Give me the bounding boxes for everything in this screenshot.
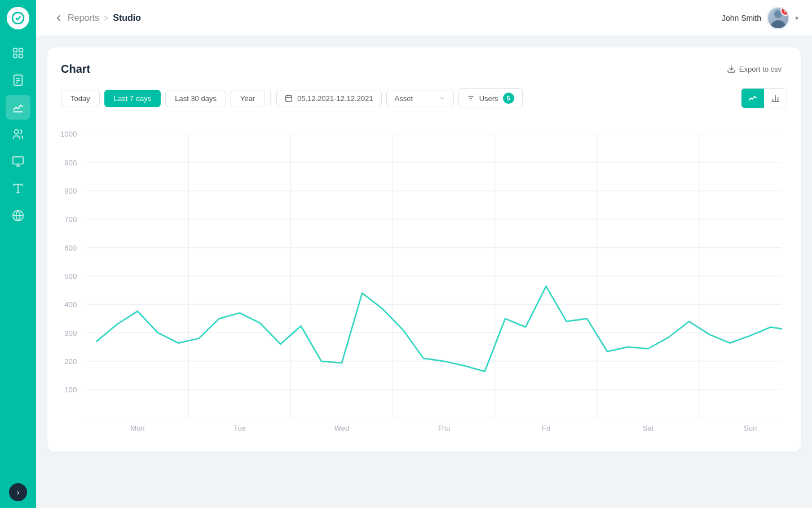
svg-text:500: 500 bbox=[64, 272, 77, 281]
logo-button[interactable] bbox=[7, 7, 29, 29]
user-menu-chevron-icon: ▾ bbox=[795, 14, 798, 22]
svg-text:400: 400 bbox=[64, 300, 77, 309]
svg-rect-4 bbox=[19, 54, 23, 58]
svg-text:900: 900 bbox=[64, 159, 77, 167]
breadcrumb: Reports > Studio bbox=[68, 13, 722, 23]
username-label: John Smith bbox=[722, 14, 761, 23]
date-range-label: 05.12.2021-12.12.2021 bbox=[297, 94, 373, 103]
filter-icon bbox=[467, 94, 475, 102]
filter-divider bbox=[270, 90, 271, 106]
svg-rect-1 bbox=[14, 49, 17, 52]
sidebar-collapse-button[interactable]: › bbox=[9, 483, 27, 501]
svg-rect-11 bbox=[13, 157, 23, 164]
sidebar-item-tools[interactable] bbox=[6, 176, 30, 201]
line-chart-type-button[interactable] bbox=[742, 89, 764, 108]
svg-rect-3 bbox=[14, 54, 17, 58]
svg-rect-20 bbox=[286, 95, 292, 102]
back-button[interactable] bbox=[50, 9, 68, 27]
filter-year-button[interactable]: Year bbox=[231, 90, 264, 107]
users-count-badge: 5 bbox=[503, 93, 514, 104]
svg-text:Wed: Wed bbox=[334, 424, 350, 432]
notification-badge: 5 bbox=[780, 7, 789, 16]
asset-label: Asset bbox=[395, 94, 413, 103]
date-range-picker[interactable]: 05.12.2021-12.12.2021 bbox=[276, 90, 381, 107]
breadcrumb-separator: > bbox=[104, 14, 108, 23]
asset-chevron-icon bbox=[439, 95, 445, 102]
svg-text:100: 100 bbox=[64, 386, 77, 394]
chart-header: Chart Export to csv bbox=[61, 61, 787, 77]
users-filter-label: Users bbox=[479, 94, 498, 103]
svg-text:800: 800 bbox=[64, 187, 77, 195]
svg-text:Tue: Tue bbox=[233, 424, 246, 432]
chart-title: Chart bbox=[61, 63, 90, 76]
filter-bar: Today Last 7 days Last 30 days Year 05.1… bbox=[61, 88, 787, 108]
svg-text:Fri: Fri bbox=[542, 424, 550, 432]
sidebar-item-reports[interactable] bbox=[6, 68, 30, 93]
svg-rect-2 bbox=[19, 49, 23, 52]
chart-area: 1000 900 800 700 600 500 400 300 200 100 bbox=[61, 122, 787, 438]
sidebar-item-dashboard[interactable] bbox=[6, 41, 30, 65]
svg-text:Mon: Mon bbox=[130, 424, 144, 432]
export-csv-label: Export to csv bbox=[739, 65, 782, 73]
svg-text:600: 600 bbox=[64, 244, 77, 252]
sidebar: › bbox=[0, 0, 36, 508]
asset-dropdown[interactable]: Asset bbox=[386, 90, 454, 107]
chart-type-toggle bbox=[741, 88, 787, 108]
sidebar-item-analytics[interactable] bbox=[6, 95, 30, 120]
bar-chart-type-button[interactable] bbox=[764, 89, 787, 108]
breadcrumb-current-page: Studio bbox=[113, 13, 141, 23]
line-chart-icon bbox=[748, 93, 758, 103]
filter-last7-button[interactable]: Last 7 days bbox=[104, 90, 161, 107]
svg-text:Thu: Thu bbox=[438, 424, 451, 432]
svg-text:200: 200 bbox=[64, 357, 77, 366]
page-content: Chart Export to csv Today Last 7 days La… bbox=[36, 36, 812, 508]
users-filter[interactable]: Users 5 bbox=[458, 88, 523, 108]
export-csv-button[interactable]: Export to csv bbox=[721, 61, 787, 77]
bar-chart-icon bbox=[770, 93, 780, 103]
svg-point-10 bbox=[15, 130, 19, 134]
avatar: 5 bbox=[767, 7, 789, 29]
svg-text:Sun: Sun bbox=[744, 424, 757, 432]
chart-card: Chart Export to csv Today Last 7 days La… bbox=[47, 47, 801, 452]
sidebar-item-users[interactable] bbox=[6, 122, 30, 147]
user-menu[interactable]: John Smith 5 ▾ bbox=[722, 7, 798, 29]
calendar-icon bbox=[285, 94, 293, 102]
sidebar-item-presentation[interactable] bbox=[6, 149, 30, 174]
line-chart-svg: 1000 900 800 700 600 500 400 300 200 100 bbox=[61, 122, 787, 438]
filter-today-button[interactable]: Today bbox=[61, 90, 100, 107]
header: Reports > Studio John Smith 5 ▾ bbox=[36, 0, 812, 36]
svg-text:700: 700 bbox=[64, 215, 77, 224]
breadcrumb-reports-link[interactable]: Reports bbox=[68, 13, 99, 23]
main-content: Reports > Studio John Smith 5 ▾ Char bbox=[36, 0, 812, 508]
filter-last30-button[interactable]: Last 30 days bbox=[165, 90, 226, 107]
svg-text:300: 300 bbox=[64, 329, 77, 338]
svg-text:Sat: Sat bbox=[643, 424, 654, 432]
sidebar-item-globe[interactable] bbox=[6, 203, 30, 228]
svg-text:1000: 1000 bbox=[61, 130, 77, 138]
